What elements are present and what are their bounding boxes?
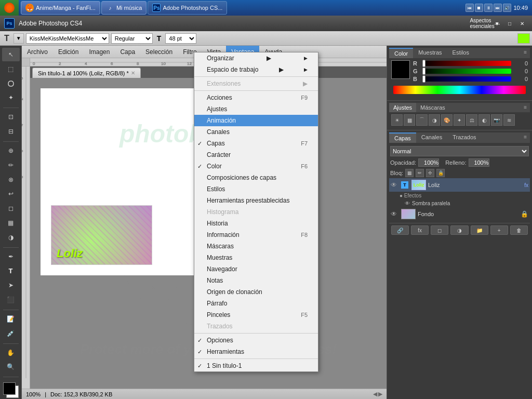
menu-composiciones[interactable]: Composiciones de capas [194,172,318,183]
slider-g-track[interactable] [422,69,511,74]
tab-muestras[interactable]: Muestras [413,48,447,58]
slider-r-track[interactable] [422,61,511,66]
lock-all-btn[interactable]: 🔒 [436,169,445,177]
tab-mascaras[interactable]: Máscaras [416,103,449,112]
menu-notas[interactable]: Notas [194,275,318,286]
tool-history-brush[interactable]: ↩ [2,187,20,201]
taskbar-item-browser[interactable]: 🦊 Anime/Manga - FanFi... [21,1,100,15]
font-size-select[interactable]: 48 pt [165,33,196,44]
tab-capas[interactable]: Capas [389,132,416,143]
menu-archivo[interactable]: Archivo [22,46,53,58]
menu-caracter[interactable]: Carácter [194,149,318,161]
adjust-color-balance[interactable]: ⚖ [466,114,477,126]
font-family-select[interactable]: KissMeKissMeMeKissMe [26,33,109,44]
menu-herramientas[interactable]: ✓ Herramientas [194,346,318,357]
layer-new-btn[interactable]: + [490,225,508,235]
color-panel-options[interactable]: ≡ [521,48,530,58]
layer-loliz-eye[interactable]: 👁 [391,181,399,189]
tab-canales[interactable]: Canales [416,132,447,143]
lock-position-btn[interactable]: ✢ [426,169,434,177]
options-tool-presets[interactable]: ▼ [14,33,24,44]
menu-origen-clonacion[interactable]: Origen de clonación [194,286,318,298]
tool-eyedropper[interactable]: 💉 [2,327,20,340]
tool-lasso[interactable] [2,77,20,90]
tool-path-select[interactable]: ➤ [2,278,20,292]
layer-effect-shadow[interactable]: 👁 Sombra paralela [400,200,530,207]
layer-delete-btn[interactable]: 🗑 [510,225,528,235]
menu-historia[interactable]: Historia [194,218,318,229]
status-nav-left[interactable]: ◀ [373,391,377,397]
layer-row-fondo[interactable]: 👁 Fondo 🔒 [389,207,530,221]
menu-1-sin-titulo[interactable]: ✓ 1 Sin título-1 [194,360,318,371]
menu-edicion[interactable]: Edición [53,46,84,58]
tab-estilos[interactable]: Estilos [447,48,474,58]
tool-pen[interactable]: ✒ [2,250,20,263]
media-vol-btn[interactable]: 🔊 [503,4,511,12]
doc-tab-sintitulo[interactable]: Sin título-1 al 100% (Loliz, RGB/8) * ✕ [32,68,141,78]
layer-link-btn[interactable]: 🔗 [391,225,409,235]
adjust-channel-mixer[interactable]: ≋ [503,114,515,126]
menu-capas[interactable]: ✓ Capas F7 [194,138,318,149]
text-color-swatch[interactable] [517,33,530,44]
adjust-exposure[interactable]: ◑ [429,114,440,126]
tool-notes[interactable]: 📝 [2,312,20,326]
tool-zoom[interactable]: 🔍 [2,361,20,374]
fg-color-swatch[interactable] [3,382,16,395]
status-nav-right[interactable]: ▶ [378,391,382,397]
media-prev-btn[interactable]: ⏮ [466,4,474,12]
tool-slice[interactable]: ⊟ [2,125,20,138]
tool-stamp[interactable]: ⊗ [2,173,20,187]
menu-capa[interactable]: Capa [115,46,140,58]
adjust-photo-filter[interactable]: 📷 [491,114,502,126]
tool-magic-wand[interactable]: ✦ [2,91,20,104]
tab-ajustes[interactable]: Ajustes [389,103,416,112]
layer-mask-btn[interactable]: ◻ [431,225,448,235]
menu-parrafo[interactable]: Párrafo [194,298,318,309]
tool-brush[interactable]: ✏ [2,158,20,172]
lock-transparent-btn[interactable]: ▦ [405,169,414,177]
adjust-brightness[interactable]: ☀ [391,114,403,126]
menu-espacio-trabajo[interactable]: Espacio de trabajo ▶ [194,64,318,75]
adjust-levels[interactable]: ▦ [404,114,415,126]
fg-color-preview[interactable] [391,60,410,79]
menu-organizar[interactable]: Organizar ▶ [194,52,318,64]
adjust-panel-options[interactable]: ≡ [521,103,530,112]
fill-input[interactable] [469,158,489,167]
menu-opciones[interactable]: ✓ Opciones [194,335,318,346]
font-style-select[interactable]: Regular [111,33,153,44]
taskbar-item-photoshop[interactable]: Ps Adobe Photoshop CS... [148,1,227,15]
tool-type[interactable]: T [2,264,20,278]
menu-estilos[interactable]: Estilos [194,183,318,195]
menu-muestras[interactable]: Muestras [194,252,318,263]
menu-imagen[interactable]: Imagen [84,46,115,58]
menu-color[interactable]: ✓ Color F6 [194,161,318,172]
color-swatches[interactable] [2,381,20,399]
tool-crop[interactable]: ⊡ [2,110,20,124]
layers-panel-options[interactable]: ≡ [521,132,530,143]
slider-g-thumb[interactable] [422,68,425,75]
minimize-btn[interactable]: — [491,19,503,28]
tool-move[interactable]: ↖ [2,48,20,61]
tab-color[interactable]: Color [389,48,413,58]
adjust-bw[interactable]: ◐ [478,114,490,126]
media-next-btn[interactable]: ⏭ [494,4,502,12]
menu-mascaras[interactable]: Máscaras [194,241,318,252]
tool-dodge[interactable]: ◑ [2,231,20,244]
menu-seleccion[interactable]: Selección [140,46,178,58]
menu-animacion[interactable]: Animación [194,115,318,126]
menu-informacion[interactable]: Información F8 [194,229,318,241]
tab-trazados[interactable]: Trazados [447,132,481,143]
adjust-hue[interactable]: 🎨 [441,114,453,126]
workspace-dropdown[interactable]: Aspectos esenciales ▼ [479,19,490,28]
layer-row-loliz[interactable]: 👁 T Loliz Loliz fx [389,178,530,192]
menu-canales[interactable]: Canales [194,126,318,138]
layer-fondo-eye[interactable]: 👁 [391,210,399,218]
menu-acciones[interactable]: Acciones F9 [194,92,318,103]
start-button[interactable] [0,0,19,16]
doc-tab-close[interactable]: ✕ [131,70,135,76]
close-btn[interactable]: ✕ [516,19,528,28]
tool-gradient[interactable]: ▦ [2,216,20,230]
menu-ajustes[interactable]: Ajustes [194,103,318,115]
blend-mode-select[interactable]: Normal [390,146,529,156]
adjust-vibrance[interactable]: ✦ [454,114,465,126]
